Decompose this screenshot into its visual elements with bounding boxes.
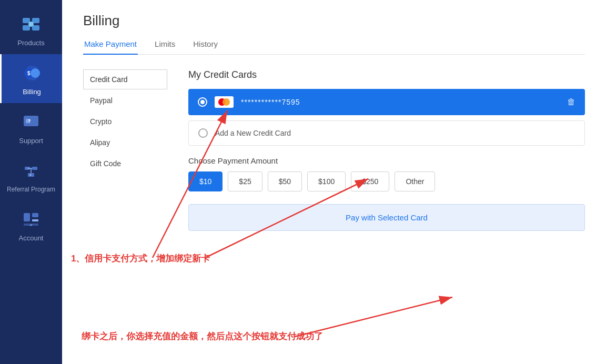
svg-rect-3 (32, 25, 39, 31)
svg-rect-19 (32, 213, 38, 217)
card-number: ************7595 (241, 98, 560, 106)
sidebar-billing-label: Billing (23, 88, 41, 96)
svg-point-7 (31, 68, 40, 78)
svg-point-4 (28, 22, 34, 27)
card-radio-unselected[interactable] (198, 128, 208, 138)
amount-btn-100[interactable]: $100 (307, 171, 346, 191)
svg-rect-0 (23, 18, 30, 23)
amount-btn-250[interactable]: $250 (351, 171, 389, 191)
sidebar: Products $ Billing ? (0, 0, 62, 364)
amount-btn-25[interactable]: $25 (228, 171, 262, 191)
payment-amount-title: Choose Payment Amount (188, 156, 585, 165)
sidebar-support-label: Support (19, 137, 43, 145)
svg-text:?: ? (28, 118, 31, 124)
svg-text:×: × (29, 173, 32, 177)
page-title: Billing (83, 0, 585, 34)
content-area: Credit Card Paypal Crypto Alipay Gift Co… (83, 69, 585, 231)
tab-bar: Make Payment Limits History (83, 34, 585, 55)
card-radio-selected[interactable] (198, 97, 207, 107)
products-icon (19, 13, 43, 36)
right-panel: My Credit Cards ************7595 🗑 (188, 69, 585, 231)
payment-method-gift-code[interactable]: Gift Code (83, 154, 167, 174)
svg-text:$: $ (27, 70, 31, 76)
sidebar-item-support[interactable]: ? Support (0, 103, 62, 152)
card-icon-mastercard (215, 96, 234, 108)
tab-history[interactable]: History (192, 34, 219, 55)
payment-method-crypto[interactable]: Crypto (83, 112, 167, 132)
sidebar-referral-label: Referral Program (7, 186, 55, 193)
tab-limits[interactable]: Limits (154, 34, 176, 55)
sidebar-item-account[interactable]: Account (0, 200, 62, 249)
account-icon (19, 208, 43, 231)
main-content: Billing Make Payment Limits History Cred… (62, 0, 606, 364)
delete-card-icon[interactable]: 🗑 (567, 97, 575, 107)
card-row-selected[interactable]: ************7595 🗑 (188, 89, 585, 115)
payment-method-credit-card[interactable]: Credit Card (83, 69, 167, 89)
svg-rect-18 (24, 213, 30, 221)
amount-btn-50[interactable]: $50 (268, 171, 302, 191)
payment-method-alipay[interactable]: Alipay (83, 133, 167, 153)
svg-rect-2 (23, 25, 30, 31)
payment-method-paypal[interactable]: Paypal (83, 90, 167, 110)
amount-btn-10[interactable]: $10 (188, 171, 223, 191)
svg-rect-1 (32, 18, 39, 23)
sidebar-account-label: Account (19, 234, 44, 242)
sidebar-item-billing[interactable]: $ Billing (0, 54, 62, 103)
sidebar-item-products[interactable]: Products (0, 5, 62, 54)
sidebar-products-label: Products (17, 39, 44, 47)
add-new-card-row[interactable]: Add a New Credit Card (188, 120, 585, 146)
pay-with-selected-card-button[interactable]: Pay with Selected Card (188, 204, 585, 231)
svg-rect-20 (32, 219, 38, 221)
sidebar-item-referral[interactable]: × Referral Program (0, 152, 62, 200)
my-credit-cards-title: My Credit Cards (188, 69, 585, 80)
add-new-card-label: Add a New Credit Card (215, 129, 291, 137)
billing-icon: $ (21, 62, 44, 85)
referral-icon: × (19, 159, 43, 183)
support-icon: ? (19, 110, 43, 134)
tab-make-payment[interactable]: Make Payment (83, 34, 138, 55)
amount-buttons: $10 $25 $50 $100 $250 Other (188, 171, 585, 191)
svg-rect-13 (32, 167, 37, 170)
amount-btn-other[interactable]: Other (395, 171, 435, 191)
payment-methods-list: Credit Card Paypal Crypto Alipay Gift Co… (83, 69, 167, 231)
